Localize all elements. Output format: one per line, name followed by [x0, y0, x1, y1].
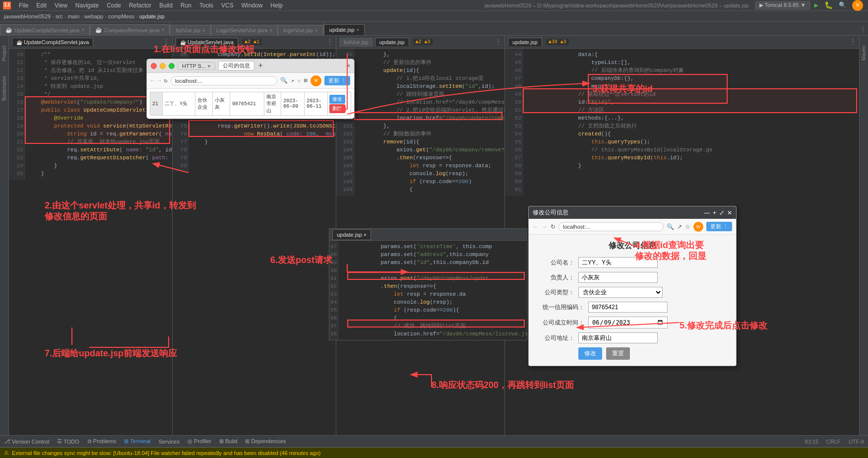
form-select-type[interactable]: 含伙企业 有限公司 — [578, 287, 663, 298]
run-btn[interactable]: ▶ — [814, 1, 818, 9]
form-minimize[interactable]: — — [704, 209, 710, 216]
sidebar-project[interactable]: Project — [1, 46, 7, 61]
tab-close-icon6[interactable]: × — [357, 27, 360, 33]
panel1-active-tab[interactable]: ☕ UpdateCompIdServlet.java — [12, 38, 93, 46]
panel3-menu[interactable]: ⋮ — [496, 38, 501, 46]
form-input-contact[interactable] — [578, 272, 658, 283]
panel1-tab-label: UpdateCompIdServlet.java — [24, 39, 89, 45]
menu-code[interactable]: Code — [103, 2, 125, 9]
form-label-credit: 统一信用编码： — [535, 303, 584, 312]
tab-updatecompidservlet[interactable]: ☕ UpdateCompIdServlet.java × — [0, 24, 90, 35]
menu-window[interactable]: Window — [238, 2, 267, 9]
browser1-address[interactable]: localhost:... — [171, 76, 278, 85]
modify-btn[interactable]: 修改 — [329, 95, 345, 104]
menu-view[interactable]: View — [51, 2, 71, 9]
profiler-btn[interactable]: ◎ Profiler — [187, 438, 211, 445]
form-expand[interactable]: ⤢ — [719, 209, 724, 216]
delete-btn[interactable]: 删除 — [329, 104, 345, 113]
panel1-menu[interactable]: ⋮ — [163, 38, 169, 46]
form-search[interactable]: 🔍 — [667, 223, 674, 230]
services-btn[interactable]: Services — [159, 439, 180, 445]
form-refresh[interactable]: ↻ — [551, 223, 556, 230]
browser1-search[interactable]: 🔍 — [280, 77, 288, 84]
dependencies-btn[interactable]: ⊞ Dependencies — [245, 438, 286, 445]
menu-navigate[interactable]: Navigate — [71, 2, 103, 9]
form-reset-btn[interactable]: 重置 — [606, 347, 630, 360]
browser1-extension[interactable]: ⊞ — [304, 77, 308, 84]
menu-run[interactable]: Run — [177, 2, 195, 9]
tab-close-icon[interactable]: × — [81, 27, 84, 33]
browser1-refresh[interactable]: ↻ — [164, 77, 167, 84]
form-input-address[interactable] — [578, 332, 658, 343]
more-tabs-btn[interactable]: ⋮ — [858, 24, 868, 35]
path-webapp[interactable]: webapp — [84, 13, 104, 19]
menu-help[interactable]: Help — [266, 2, 287, 9]
form-input-date[interactable] — [588, 317, 668, 328]
path-compmess[interactable]: compMess — [108, 13, 134, 19]
terminal-btn[interactable]: ⊞ Terminal — [124, 438, 150, 445]
browser1-update-btn[interactable]: 更新 ⋮ — [324, 76, 350, 85]
tab-close-icon2[interactable]: × — [162, 27, 165, 33]
menu-tools[interactable]: Tools — [195, 2, 217, 9]
browser1-share[interactable]: ↗ — [291, 77, 294, 84]
sidebar-maven[interactable]: Maven — [861, 46, 867, 61]
todo-btn[interactable]: ☰ TODO — [57, 438, 79, 445]
browser1-forward[interactable]: → — [157, 77, 161, 84]
menu-vcs[interactable]: VCS — [217, 2, 238, 9]
form-input-credit[interactable] — [588, 302, 668, 313]
menu-build[interactable]: Build — [155, 2, 177, 9]
panel2-active-tab[interactable]: ☕ UpdateServlet.java — [176, 38, 238, 46]
browser1-back[interactable]: ← — [151, 77, 154, 84]
form-forward[interactable]: → — [542, 223, 548, 230]
panel3lower-tab[interactable]: update.jsp × — [332, 229, 371, 240]
form-pin[interactable]: + — [713, 209, 716, 216]
browser1-close-btn[interactable]: ✕ — [347, 62, 350, 69]
browser1-maximize[interactable] — [169, 63, 175, 69]
tab-updatejsp[interactable]: update.jsp × — [324, 24, 365, 35]
tab-loginservlet[interactable]: LoginServletVue.java × — [211, 25, 278, 35]
search-btn[interactable]: 🔍 — [839, 1, 846, 9]
tab-close-icon4[interactable]: × — [270, 28, 273, 33]
tab-close-icon5[interactable]: × — [315, 28, 318, 33]
panel4-menu[interactable]: ⋮ — [850, 38, 856, 46]
panel3-tab2[interactable]: update.jsp — [375, 38, 409, 46]
form-update-btn[interactable]: 更新 ⋮ — [706, 222, 732, 231]
sidebar-bookmarks[interactable]: Bookmarks — [1, 76, 7, 101]
browser1-tab-company[interactable]: 公司的信息 — [218, 61, 254, 70]
version-control-btn[interactable]: ⎇ Version Control — [4, 438, 49, 445]
panel2-menu[interactable]: ⋮ — [327, 38, 333, 46]
menu-refactor[interactable]: Refactor — [125, 2, 155, 9]
debug-btn[interactable]: 🐛 — [824, 1, 833, 9]
browser1-close[interactable] — [151, 63, 157, 69]
panel1-tabs: ☕ UpdateCompIdServlet.java ⋮ — [9, 36, 172, 49]
tab-listvue[interactable]: listVue.jsp × — [170, 25, 211, 35]
tab-loginvue[interactable]: loginVue.jsp × — [278, 25, 323, 35]
panel4-active-tab[interactable]: update.jsp — [508, 38, 542, 46]
panel3-tab1[interactable]: listVue.jsp — [339, 38, 373, 47]
menu-file[interactable]: File — [15, 2, 32, 9]
path-main[interactable]: main — [67, 13, 79, 19]
browser1-minimize[interactable] — [160, 63, 166, 69]
form-share[interactable]: ↗ — [677, 223, 682, 230]
form-close[interactable]: ✕ — [727, 209, 732, 216]
form-bookmark[interactable]: ☆ — [685, 223, 690, 230]
form-heading: 修改公司信息 — [535, 241, 730, 251]
form-address[interactable]: localhost:... — [558, 222, 664, 231]
form-input-name[interactable] — [578, 257, 658, 268]
problems-btn[interactable]: ⊘ Problems — [87, 438, 117, 445]
menu-edit[interactable]: Edit — [32, 2, 51, 9]
path-src[interactable]: src — [56, 13, 63, 19]
path-project[interactable]: javawebHome0529 — [4, 13, 51, 19]
form-back[interactable]: ← — [533, 223, 539, 230]
tab-companyremove[interactable]: ☕ CompanyRemove.java × — [90, 24, 170, 35]
form-submit-btn[interactable]: 修改 — [578, 347, 602, 360]
build-btn[interactable]: ⊞ Build — [219, 438, 238, 445]
browser-window-1: HTTP S... × 公司的信息 + ✕ ← → ↻ localhost:..… — [146, 59, 355, 119]
browser1-bookmark[interactable]: ☆ — [297, 77, 301, 84]
browser1-new-tab[interactable]: + — [258, 62, 263, 70]
path-file[interactable]: update.jsp — [139, 13, 165, 19]
browser1-tab-http[interactable]: HTTP S... × — [178, 62, 215, 70]
tab-close-icon3[interactable]: × — [202, 28, 205, 33]
panel4-line-numbers: 444546474849505152535455565758596061 — [505, 49, 523, 196]
panel3lower-tabs: update.jsp × — [329, 229, 527, 241]
